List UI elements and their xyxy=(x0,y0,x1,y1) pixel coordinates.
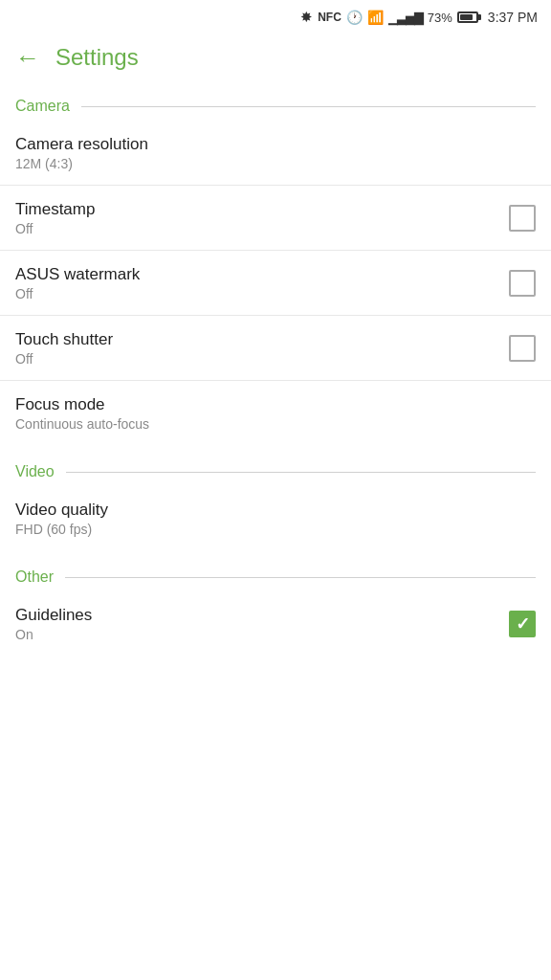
page-title: Settings xyxy=(55,44,139,71)
header: ← Settings xyxy=(0,34,551,80)
checkbox-timestamp[interactable] xyxy=(509,205,536,232)
setting-text-camera-resolution: Camera resolution12M (4:3) xyxy=(15,135,536,171)
setting-row-asus-watermark[interactable]: ASUS watermarkOff xyxy=(0,251,551,316)
setting-text-asus-watermark: ASUS watermarkOff xyxy=(15,265,509,301)
section-label-video: Video xyxy=(15,463,55,480)
section-label-camera: Camera xyxy=(15,98,70,115)
checkbox-guidelines[interactable] xyxy=(509,611,536,637)
section-line-other xyxy=(65,577,536,578)
setting-subtitle-focus-mode: Continuous auto-focus xyxy=(15,416,536,432)
status-icons: ✸ NFC 🕐 📶 ▁▃▅▇ 73% xyxy=(300,9,478,26)
setting-subtitle-video-quality: FHD (60 fps) xyxy=(15,522,536,537)
setting-text-video-quality: Video qualityFHD (60 fps) xyxy=(15,501,536,537)
setting-title-camera-resolution: Camera resolution xyxy=(15,135,536,154)
battery-percent: 73% xyxy=(428,11,452,25)
setting-subtitle-guidelines: On xyxy=(15,627,509,642)
section-line-camera xyxy=(81,106,536,107)
settings-content: CameraCamera resolution12M (4:3)Timestam… xyxy=(0,80,551,657)
signal-icon: ▁▃▅▇ xyxy=(388,11,423,25)
wifi-icon: 📶 xyxy=(367,10,384,25)
status-time: 3:37 PM xyxy=(488,10,538,25)
setting-row-touch-shutter[interactable]: Touch shutterOff xyxy=(0,316,551,381)
setting-row-camera-resolution: Camera resolution12M (4:3) xyxy=(0,121,551,186)
setting-subtitle-asus-watermark: Off xyxy=(15,286,509,301)
setting-title-asus-watermark: ASUS watermark xyxy=(15,265,509,284)
status-bar: ✸ NFC 🕐 📶 ▁▃▅▇ 73% 3:37 PM xyxy=(0,0,551,34)
setting-text-focus-mode: Focus modeContinuous auto-focus xyxy=(15,395,536,432)
setting-row-video-quality: Video qualityFHD (60 fps) xyxy=(0,486,551,551)
bluetooth-icon: ✸ xyxy=(300,9,313,26)
section-label-other: Other xyxy=(15,568,54,586)
battery-icon xyxy=(457,11,478,23)
setting-title-timestamp: Timestamp xyxy=(15,200,509,219)
setting-title-touch-shutter: Touch shutter xyxy=(15,330,509,349)
setting-subtitle-touch-shutter: Off xyxy=(15,351,509,367)
setting-row-guidelines[interactable]: GuidelinesOn xyxy=(0,591,551,657)
setting-text-timestamp: TimestampOff xyxy=(15,200,509,236)
setting-text-guidelines: GuidelinesOn xyxy=(15,606,509,642)
setting-subtitle-camera-resolution: 12M (4:3) xyxy=(15,156,536,171)
section-line-video xyxy=(66,472,536,473)
setting-title-video-quality: Video quality xyxy=(15,501,536,520)
back-button[interactable]: ← xyxy=(15,45,40,70)
section-header-other: Other xyxy=(0,551,551,591)
checkbox-asus-watermark[interactable] xyxy=(509,270,536,297)
setting-title-focus-mode: Focus mode xyxy=(15,395,536,414)
setting-row-timestamp[interactable]: TimestampOff xyxy=(0,186,551,251)
setting-subtitle-timestamp: Off xyxy=(15,221,509,236)
section-header-camera: Camera xyxy=(0,80,551,121)
setting-row-focus-mode: Focus modeContinuous auto-focus xyxy=(0,381,551,446)
setting-title-guidelines: Guidelines xyxy=(15,606,509,625)
section-header-video: Video xyxy=(0,446,551,486)
nfc-icon: NFC xyxy=(318,11,342,24)
setting-text-touch-shutter: Touch shutterOff xyxy=(15,330,509,367)
checkbox-touch-shutter[interactable] xyxy=(509,335,536,362)
alarm-icon: 🕐 xyxy=(346,10,363,25)
